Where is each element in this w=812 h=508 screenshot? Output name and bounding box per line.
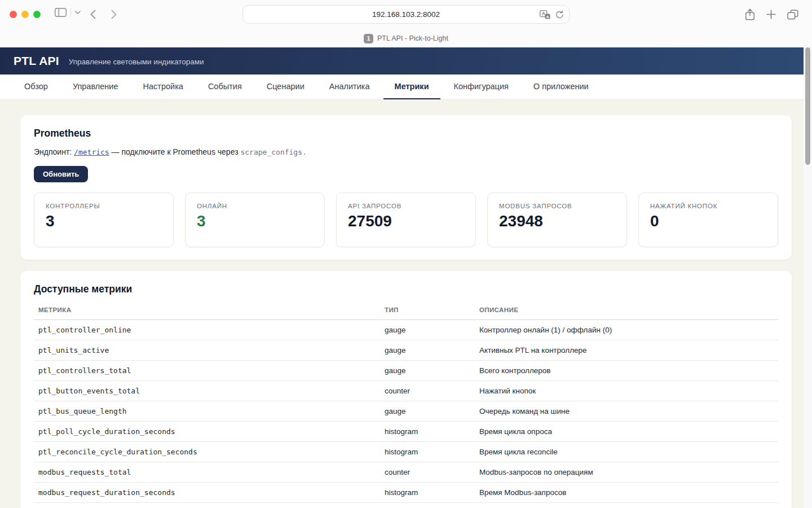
stat-value: 23948: [499, 213, 615, 230]
tab-config[interactable]: Конфигурация: [443, 75, 520, 99]
scrollbar-thumb[interactable]: [805, 47, 810, 165]
table-row: modbus_requests_totalcounterModbus-запро…: [34, 462, 778, 483]
metric-name-cell: ptl_controllers_total: [34, 361, 380, 381]
tab-scenarios[interactable]: Сценарии: [255, 75, 316, 99]
app-brand: PTL API: [14, 54, 59, 68]
column-header-type: ТИП: [380, 300, 475, 320]
stat-label: API ЗАПРОСОВ: [348, 203, 464, 209]
table-row: ptl_units_activegaugeАктивных PTL на кон…: [34, 340, 778, 361]
metric-type-cell: histogram: [380, 422, 475, 442]
metric-type-cell: counter: [380, 462, 475, 483]
forward-button-icon[interactable]: [111, 10, 117, 19]
metric-description-cell: Всего контроллеров: [475, 361, 778, 381]
stat-card-online: ОНЛАЙН3: [185, 192, 325, 247]
new-tab-icon[interactable]: [766, 10, 776, 19]
metric-description-cell: Время цикла опроса: [475, 422, 778, 442]
reload-icon[interactable]: [555, 10, 564, 19]
stat-label: ОНЛАЙН: [197, 203, 313, 209]
metric-name-cell: modbus_requests_total: [34, 462, 380, 483]
metric-name-cell: ptl_controller_online: [34, 320, 380, 340]
stat-value: 27509: [348, 213, 464, 230]
metrics-endpoint-link[interactable]: /metrics: [74, 148, 109, 156]
tab-overview-icon[interactable]: [787, 10, 798, 20]
stat-label: НАЖАТИЙ КНОПОК: [650, 203, 766, 209]
address-bar-url: 192.168.103.2:8002: [372, 10, 440, 19]
translate-icon[interactable]: A a: [540, 10, 550, 19]
prometheus-card: Prometheus Эндпоинт: /metrics — подключи…: [20, 115, 792, 260]
metric-type-cell: gauge: [380, 361, 475, 381]
page-scrollbar[interactable]: [804, 46, 812, 508]
sidebar-toggle-icon[interactable]: [55, 8, 67, 17]
chevron-down-icon[interactable]: [75, 11, 81, 14]
metric-name-cell: modbus_request_duration_seconds: [34, 483, 380, 503]
column-header-metric: МЕТРИКА: [34, 300, 380, 320]
stats-row: КОНТРОЛЛЕРЫ3ОНЛАЙН3API ЗАПРОСОВ27509MODB…: [34, 192, 778, 247]
metric-type-cell: histogram: [380, 442, 475, 462]
metrics-table-title: Доступные метрики: [34, 283, 778, 295]
table-row: ptl_bus_queue_lengthgaugeОчередь команд …: [34, 401, 778, 422]
tab-setup[interactable]: Настройка: [132, 75, 195, 99]
stat-label: MODBUS ЗАПРОСОВ: [499, 203, 615, 209]
zoom-window-button[interactable]: [33, 11, 41, 18]
column-header-description: ОПИСАНИЕ: [475, 300, 778, 320]
metric-description-cell: Контроллер онлайн (1) / оффлайн (0): [475, 320, 778, 340]
metric-description-cell: Modbus-запросов по операциям: [475, 462, 778, 483]
minimize-window-button[interactable]: [21, 11, 29, 18]
metric-name-cell: ptl_reconcile_cycle_duration_seconds: [34, 442, 380, 462]
tab-bar[interactable]: 1 PTL API - Pick-to-Light: [0, 29, 812, 47]
metric-description-cell: Активных PTL на контроллере: [475, 340, 778, 361]
prometheus-title: Prometheus: [34, 128, 778, 139]
stat-value: 3: [197, 213, 313, 230]
stat-card-modbus-requests: MODBUS ЗАПРОСОВ23948: [487, 192, 627, 247]
stat-label: КОНТРОЛЛЕРЫ: [46, 203, 162, 209]
metric-description-cell: Нажатий кнопок: [475, 381, 778, 401]
share-icon[interactable]: [745, 8, 755, 20]
metric-type-cell: counter: [380, 381, 475, 401]
address-bar[interactable]: 192.168.103.2:8002 A a: [242, 5, 570, 24]
svg-text:A: A: [541, 11, 545, 16]
metric-description-cell: Время цикла reconcile: [475, 442, 778, 462]
tab-count-badge: 1: [364, 34, 373, 43]
endpoint-line: Эндпоинт: /metrics — подключите к Promet…: [34, 147, 778, 157]
tab-about[interactable]: О приложении: [522, 75, 600, 99]
back-button-icon[interactable]: [90, 10, 96, 19]
window-controls: [10, 11, 41, 18]
table-row: ptl_reconcile_cycle_duration_secondshist…: [34, 442, 778, 462]
metric-description-cell: Очередь команд на шине: [475, 401, 778, 422]
metric-type-cell: histogram: [380, 483, 475, 503]
stat-value: 3: [46, 213, 162, 230]
tab-overview[interactable]: Обзор: [13, 75, 59, 99]
stat-value: 0: [650, 213, 766, 230]
endpoint-prefix: Эндпоинт:: [34, 147, 72, 156]
stat-card-button-presses: НАЖАТИЙ КНОПОК0: [638, 192, 778, 247]
app-subtitle: Управление световыми индикаторами: [69, 56, 204, 66]
table-row: ptl_button_events_totalcounterНажатий кн…: [34, 381, 778, 401]
metric-description-cell: Время Modbus-запросов: [475, 483, 778, 503]
metric-type-cell: gauge: [380, 340, 475, 361]
stat-card-controllers: КОНТРОЛЛЕРЫ3: [34, 192, 174, 247]
browser-toolbar: 192.168.103.2:8002 A a: [0, 0, 812, 29]
table-row: ptl_controllers_totalgaugeВсего контролл…: [34, 361, 778, 381]
metric-name-cell: ptl_button_events_total: [34, 381, 380, 401]
metrics-table: МЕТРИКА ТИП ОПИСАНИЕ ptl_controller_onli…: [34, 300, 778, 503]
toolbar-divider: [70, 8, 71, 17]
tab-title: PTL API - Pick-to-Light: [377, 34, 448, 42]
table-row: ptl_controller_onlinegaugeКонтроллер онл…: [34, 320, 778, 340]
metric-type-cell: gauge: [380, 401, 475, 422]
tab-control[interactable]: Управление: [61, 75, 130, 99]
endpoint-code: scrape_configs.: [240, 148, 306, 156]
page-content: Prometheus Эндпоинт: /metrics — подключи…: [0, 100, 812, 508]
table-row: modbus_request_duration_secondshistogram…: [34, 483, 778, 503]
metric-name-cell: ptl_units_active: [34, 340, 380, 361]
close-window-button[interactable]: [10, 11, 17, 18]
refresh-button[interactable]: Обновить: [34, 166, 88, 182]
main-nav: ОбзорУправлениеНастройкаСобытияСценарииА…: [0, 75, 812, 100]
tab-events[interactable]: События: [197, 75, 253, 99]
table-row: ptl_poll_cycle_duration_secondshistogram…: [34, 422, 778, 442]
app-header: PTL API Управление световыми индикаторам…: [0, 47, 812, 75]
tab-metrics[interactable]: Метрики: [383, 75, 440, 99]
metric-type-cell: gauge: [380, 320, 475, 340]
metric-name-cell: ptl_bus_queue_length: [34, 401, 380, 422]
metrics-table-card: Доступные метрики МЕТРИКА ТИП ОПИСАНИЕ p…: [20, 271, 792, 508]
tab-analytics[interactable]: Аналитика: [318, 75, 381, 99]
